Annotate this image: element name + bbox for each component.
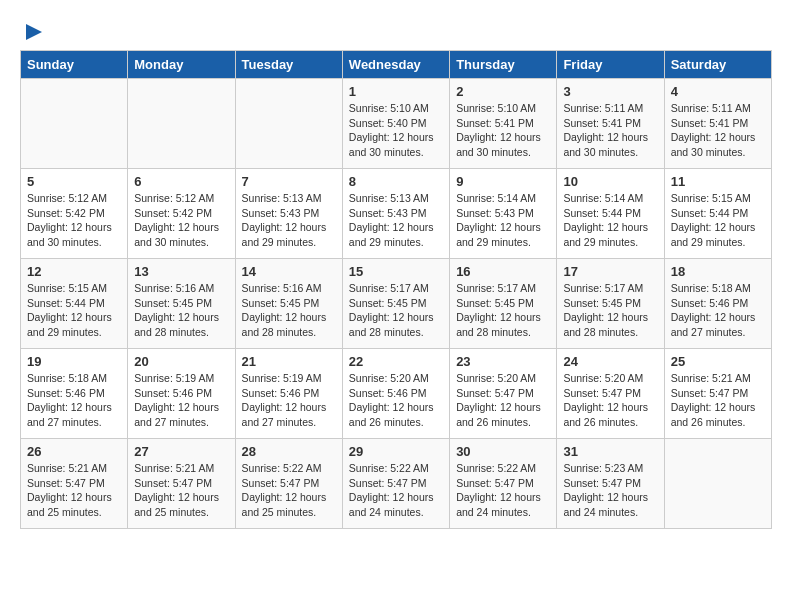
calendar-cell: 9Sunrise: 5:14 AM Sunset: 5:43 PM Daylig…: [450, 169, 557, 259]
calendar-cell: 13Sunrise: 5:16 AM Sunset: 5:45 PM Dayli…: [128, 259, 235, 349]
day-info: Sunrise: 5:22 AM Sunset: 5:47 PM Dayligh…: [349, 461, 443, 520]
day-number: 3: [563, 84, 657, 99]
day-info: Sunrise: 5:10 AM Sunset: 5:41 PM Dayligh…: [456, 101, 550, 160]
day-info: Sunrise: 5:10 AM Sunset: 5:40 PM Dayligh…: [349, 101, 443, 160]
calendar-header-row: SundayMondayTuesdayWednesdayThursdayFrid…: [21, 51, 772, 79]
calendar-cell: 24Sunrise: 5:20 AM Sunset: 5:47 PM Dayli…: [557, 349, 664, 439]
day-number: 30: [456, 444, 550, 459]
calendar-cell: [128, 79, 235, 169]
day-info: Sunrise: 5:21 AM Sunset: 5:47 PM Dayligh…: [671, 371, 765, 430]
day-number: 22: [349, 354, 443, 369]
calendar-cell: 27Sunrise: 5:21 AM Sunset: 5:47 PM Dayli…: [128, 439, 235, 529]
calendar-cell: 11Sunrise: 5:15 AM Sunset: 5:44 PM Dayli…: [664, 169, 771, 259]
day-info: Sunrise: 5:22 AM Sunset: 5:47 PM Dayligh…: [456, 461, 550, 520]
calendar-cell: 16Sunrise: 5:17 AM Sunset: 5:45 PM Dayli…: [450, 259, 557, 349]
calendar-week-3: 12Sunrise: 5:15 AM Sunset: 5:44 PM Dayli…: [21, 259, 772, 349]
day-number: 7: [242, 174, 336, 189]
day-number: 10: [563, 174, 657, 189]
day-number: 14: [242, 264, 336, 279]
day-number: 6: [134, 174, 228, 189]
day-number: 18: [671, 264, 765, 279]
day-header-wednesday: Wednesday: [342, 51, 449, 79]
svg-marker-0: [26, 24, 42, 40]
calendar-cell: 23Sunrise: 5:20 AM Sunset: 5:47 PM Dayli…: [450, 349, 557, 439]
calendar-cell: 20Sunrise: 5:19 AM Sunset: 5:46 PM Dayli…: [128, 349, 235, 439]
calendar-cell: [235, 79, 342, 169]
day-number: 1: [349, 84, 443, 99]
calendar-cell: 12Sunrise: 5:15 AM Sunset: 5:44 PM Dayli…: [21, 259, 128, 349]
day-number: 21: [242, 354, 336, 369]
day-info: Sunrise: 5:19 AM Sunset: 5:46 PM Dayligh…: [134, 371, 228, 430]
calendar-table: SundayMondayTuesdayWednesdayThursdayFrid…: [20, 50, 772, 529]
calendar-cell: 8Sunrise: 5:13 AM Sunset: 5:43 PM Daylig…: [342, 169, 449, 259]
calendar-cell: 3Sunrise: 5:11 AM Sunset: 5:41 PM Daylig…: [557, 79, 664, 169]
day-header-friday: Friday: [557, 51, 664, 79]
day-header-saturday: Saturday: [664, 51, 771, 79]
day-info: Sunrise: 5:14 AM Sunset: 5:43 PM Dayligh…: [456, 191, 550, 250]
day-info: Sunrise: 5:11 AM Sunset: 5:41 PM Dayligh…: [563, 101, 657, 160]
day-number: 13: [134, 264, 228, 279]
day-info: Sunrise: 5:21 AM Sunset: 5:47 PM Dayligh…: [134, 461, 228, 520]
calendar-cell: 6Sunrise: 5:12 AM Sunset: 5:42 PM Daylig…: [128, 169, 235, 259]
day-info: Sunrise: 5:19 AM Sunset: 5:46 PM Dayligh…: [242, 371, 336, 430]
logo-icon: [22, 20, 46, 44]
day-number: 24: [563, 354, 657, 369]
calendar-cell: [664, 439, 771, 529]
calendar-week-1: 1Sunrise: 5:10 AM Sunset: 5:40 PM Daylig…: [21, 79, 772, 169]
day-number: 12: [27, 264, 121, 279]
day-number: 16: [456, 264, 550, 279]
calendar-cell: 1Sunrise: 5:10 AM Sunset: 5:40 PM Daylig…: [342, 79, 449, 169]
day-info: Sunrise: 5:16 AM Sunset: 5:45 PM Dayligh…: [242, 281, 336, 340]
day-info: Sunrise: 5:11 AM Sunset: 5:41 PM Dayligh…: [671, 101, 765, 160]
logo: [20, 20, 46, 40]
day-info: Sunrise: 5:18 AM Sunset: 5:46 PM Dayligh…: [671, 281, 765, 340]
day-number: 5: [27, 174, 121, 189]
page-header: [20, 20, 772, 40]
day-header-monday: Monday: [128, 51, 235, 79]
day-info: Sunrise: 5:17 AM Sunset: 5:45 PM Dayligh…: [563, 281, 657, 340]
day-info: Sunrise: 5:17 AM Sunset: 5:45 PM Dayligh…: [349, 281, 443, 340]
day-number: 20: [134, 354, 228, 369]
day-info: Sunrise: 5:17 AM Sunset: 5:45 PM Dayligh…: [456, 281, 550, 340]
calendar-cell: 4Sunrise: 5:11 AM Sunset: 5:41 PM Daylig…: [664, 79, 771, 169]
calendar-cell: 31Sunrise: 5:23 AM Sunset: 5:47 PM Dayli…: [557, 439, 664, 529]
calendar-cell: 29Sunrise: 5:22 AM Sunset: 5:47 PM Dayli…: [342, 439, 449, 529]
calendar-cell: [21, 79, 128, 169]
calendar-week-2: 5Sunrise: 5:12 AM Sunset: 5:42 PM Daylig…: [21, 169, 772, 259]
day-info: Sunrise: 5:16 AM Sunset: 5:45 PM Dayligh…: [134, 281, 228, 340]
day-info: Sunrise: 5:21 AM Sunset: 5:47 PM Dayligh…: [27, 461, 121, 520]
calendar-cell: 14Sunrise: 5:16 AM Sunset: 5:45 PM Dayli…: [235, 259, 342, 349]
calendar-cell: 18Sunrise: 5:18 AM Sunset: 5:46 PM Dayli…: [664, 259, 771, 349]
day-info: Sunrise: 5:12 AM Sunset: 5:42 PM Dayligh…: [27, 191, 121, 250]
calendar-week-4: 19Sunrise: 5:18 AM Sunset: 5:46 PM Dayli…: [21, 349, 772, 439]
day-number: 19: [27, 354, 121, 369]
day-info: Sunrise: 5:20 AM Sunset: 5:47 PM Dayligh…: [563, 371, 657, 430]
day-number: 23: [456, 354, 550, 369]
day-number: 2: [456, 84, 550, 99]
calendar-cell: 17Sunrise: 5:17 AM Sunset: 5:45 PM Dayli…: [557, 259, 664, 349]
calendar-cell: 21Sunrise: 5:19 AM Sunset: 5:46 PM Dayli…: [235, 349, 342, 439]
day-number: 26: [27, 444, 121, 459]
day-number: 25: [671, 354, 765, 369]
day-info: Sunrise: 5:15 AM Sunset: 5:44 PM Dayligh…: [671, 191, 765, 250]
calendar-cell: 15Sunrise: 5:17 AM Sunset: 5:45 PM Dayli…: [342, 259, 449, 349]
day-number: 9: [456, 174, 550, 189]
day-info: Sunrise: 5:20 AM Sunset: 5:47 PM Dayligh…: [456, 371, 550, 430]
calendar-cell: 10Sunrise: 5:14 AM Sunset: 5:44 PM Dayli…: [557, 169, 664, 259]
day-info: Sunrise: 5:20 AM Sunset: 5:46 PM Dayligh…: [349, 371, 443, 430]
day-number: 4: [671, 84, 765, 99]
calendar-cell: 26Sunrise: 5:21 AM Sunset: 5:47 PM Dayli…: [21, 439, 128, 529]
day-info: Sunrise: 5:13 AM Sunset: 5:43 PM Dayligh…: [349, 191, 443, 250]
day-number: 17: [563, 264, 657, 279]
day-number: 29: [349, 444, 443, 459]
day-number: 28: [242, 444, 336, 459]
day-number: 11: [671, 174, 765, 189]
calendar-cell: 7Sunrise: 5:13 AM Sunset: 5:43 PM Daylig…: [235, 169, 342, 259]
day-info: Sunrise: 5:14 AM Sunset: 5:44 PM Dayligh…: [563, 191, 657, 250]
day-number: 31: [563, 444, 657, 459]
calendar-week-5: 26Sunrise: 5:21 AM Sunset: 5:47 PM Dayli…: [21, 439, 772, 529]
day-header-sunday: Sunday: [21, 51, 128, 79]
day-header-thursday: Thursday: [450, 51, 557, 79]
day-number: 15: [349, 264, 443, 279]
day-header-tuesday: Tuesday: [235, 51, 342, 79]
